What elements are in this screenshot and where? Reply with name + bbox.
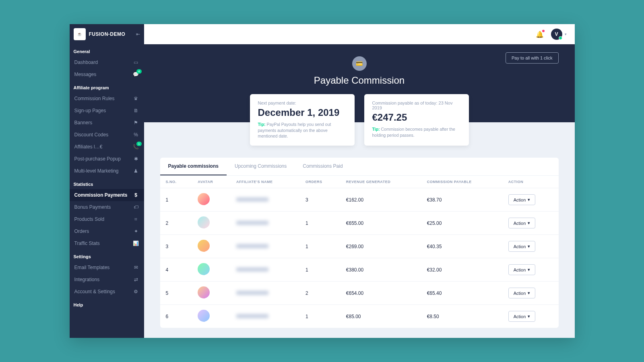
action-button[interactable]: Action▾ xyxy=(508,311,536,322)
action-label: Action xyxy=(514,267,526,272)
action-button[interactable]: Action▾ xyxy=(508,288,536,298)
action-label: Action xyxy=(514,314,526,319)
card-tip: Tip: PayPal Payouts help you send out pa… xyxy=(258,121,347,139)
sidebar-item-affiliates-l-[interactable]: Affiliates l…€📞1 xyxy=(70,141,144,153)
affiliate-name-blurred xyxy=(236,244,268,248)
cell-name xyxy=(231,282,300,305)
sidebar-item-account-settings[interactable]: Account & Settings⚙ xyxy=(70,286,144,298)
sidebar-item-orders[interactable]: Orders✦ xyxy=(70,225,144,237)
column-header: AVATAR xyxy=(192,176,231,188)
sidebar-item-label: Commission Rules xyxy=(74,96,115,101)
cell-avatar xyxy=(192,235,231,258)
notification-bell-icon[interactable]: 🔔 xyxy=(536,31,544,38)
cell-name xyxy=(231,188,300,212)
tab-upcoming-commissions[interactable]: Upcoming Commissions xyxy=(227,158,295,175)
affiliate-name-blurred xyxy=(236,291,268,295)
pay-all-button[interactable]: Pay to all with 1 click xyxy=(506,52,558,64)
sidebar: ☕ FUSION-DEMO ⇤ GeneralDashboard▭Message… xyxy=(70,24,144,338)
cell-action: Action▾ xyxy=(503,258,559,282)
action-label: Action xyxy=(514,291,526,296)
cell-commission: €65.40 xyxy=(421,282,503,305)
action-button[interactable]: Action▾ xyxy=(508,194,536,205)
card-value: €247.25 xyxy=(372,112,461,123)
cell-action: Action▾ xyxy=(503,212,559,235)
cell-name xyxy=(231,235,300,258)
sidebar-item-label: Email Templates xyxy=(74,265,110,270)
action-label: Action xyxy=(514,221,526,226)
main: 🔔 V ▾ Pay to all with 1 click 💳 Payable … xyxy=(144,24,575,338)
summary-cards: Next payment date: December 1, 2019 Tip:… xyxy=(144,94,575,146)
card-label: Commission payable as of today: 23 Nov 2… xyxy=(372,101,461,110)
sidebar-item-label: Integrations xyxy=(74,277,100,282)
sidebar-item-icon: ▭ xyxy=(133,60,139,65)
tab-commissions-paid[interactable]: Commissions Paid xyxy=(295,158,351,175)
cell-name xyxy=(231,258,300,282)
chevron-down-icon: ▾ xyxy=(565,32,567,36)
commission-icon: 💳 xyxy=(352,56,367,71)
sidebar-item-integrations[interactable]: Integrations⇄ xyxy=(70,274,144,286)
cell-name xyxy=(231,212,300,235)
sidebar-section-head: Affiliate program xyxy=(70,80,144,93)
sidebar-item-sign-up-pages[interactable]: Sign-up Pages🗎 xyxy=(70,105,144,117)
sidebar-item-label: Affiliates l…€ xyxy=(74,144,103,150)
brand: ☕ FUSION-DEMO ⇤ xyxy=(70,24,144,44)
sidebar-item-label: Commission Payments xyxy=(74,192,128,198)
sidebar-item-commission-rules[interactable]: Commission Rules♛ xyxy=(70,93,144,105)
sidebar-section-head: Help xyxy=(70,298,144,310)
sidebar-item-icon: ✉ xyxy=(133,265,139,270)
table-row: 21€655.00€25.00Action▾ xyxy=(160,212,559,235)
cell-commission: €32.00 xyxy=(421,258,503,282)
sidebar-item-icon: 🏷 xyxy=(133,204,139,210)
sidebar-item-label: Multi-level Marketing xyxy=(74,168,119,174)
next-payment-card: Next payment date: December 1, 2019 Tip:… xyxy=(250,94,355,146)
table-row: 13€162.00€38.70Action▾ xyxy=(160,188,559,212)
tab-payable-commissions[interactable]: Payable commissions xyxy=(160,158,227,175)
user-menu[interactable]: V ▾ xyxy=(551,29,567,40)
sidebar-item-icon: ✦ xyxy=(133,228,139,234)
column-header: S.NO. xyxy=(160,176,192,188)
cell-avatar xyxy=(192,258,231,282)
commissions-table: Payable commissionsUpcoming CommissionsC… xyxy=(160,158,559,328)
cell-revenue: €380.00 xyxy=(341,258,421,282)
sidebar-item-label: Post-purchase Popup xyxy=(74,156,121,162)
action-label: Action xyxy=(514,197,526,202)
sidebar-item-label: Orders xyxy=(74,228,89,234)
chevron-down-icon: ▾ xyxy=(528,197,530,202)
sidebar-item-bonus-payments[interactable]: Bonus Payments🏷 xyxy=(70,201,144,213)
sidebar-item-messages[interactable]: Messages💬4 xyxy=(70,68,144,80)
sidebar-item-icon: ✱ xyxy=(133,156,139,162)
action-button[interactable]: Action▾ xyxy=(508,264,536,275)
cell-revenue: €654.00 xyxy=(341,282,421,305)
chevron-down-icon: ▾ xyxy=(528,220,530,226)
sidebar-item-icon: ⚙ xyxy=(133,289,139,294)
sidebar-item-dashboard[interactable]: Dashboard▭ xyxy=(70,56,144,68)
sidebar-item-multi-level-marketing[interactable]: Multi-level Marketing♟ xyxy=(70,165,144,177)
avatar xyxy=(198,216,210,228)
sidebar-item-email-templates[interactable]: Email Templates✉ xyxy=(70,261,144,274)
tabs: Payable commissionsUpcoming CommissionsC… xyxy=(160,158,559,176)
card-value: December 1, 2019 xyxy=(258,107,347,118)
brand-name: FUSION-DEMO xyxy=(89,31,126,37)
column-header: REVENUE GENERATED xyxy=(341,176,421,188)
table-row: 31€269.00€40.35Action▾ xyxy=(160,235,559,258)
avatar xyxy=(198,240,210,252)
cell-sno: 6 xyxy=(160,305,192,328)
badge: 1 xyxy=(136,142,141,146)
sidebar-item-traffic-stats[interactable]: Traffic Stats📊 xyxy=(70,237,144,249)
cell-action: Action▾ xyxy=(503,305,559,328)
sidebar-item-banners[interactable]: Banners⚑ xyxy=(70,117,144,129)
chevron-down-icon: ▾ xyxy=(528,290,530,296)
sidebar-item-discount-codes[interactable]: Discount Codes% xyxy=(70,129,144,141)
action-button[interactable]: Action▾ xyxy=(508,241,536,252)
sidebar-toggle-icon[interactable]: ⇤ xyxy=(136,31,140,37)
column-header: ACTION xyxy=(503,176,559,188)
cell-sno: 2 xyxy=(160,212,192,235)
sidebar-item-products-sold[interactable]: Products Sold⌗ xyxy=(70,213,144,225)
avatar xyxy=(198,286,210,298)
sidebar-item-post-purchase-popup[interactable]: Post-purchase Popup✱ xyxy=(70,153,144,165)
cell-commission: €25.00 xyxy=(421,212,503,235)
action-button[interactable]: Action▾ xyxy=(508,218,536,228)
cell-revenue: €162.00 xyxy=(341,188,421,212)
column-header: AFFILIATE'S NAME xyxy=(231,176,300,188)
sidebar-item-commission-payments[interactable]: Commission Payments$ xyxy=(70,189,144,201)
